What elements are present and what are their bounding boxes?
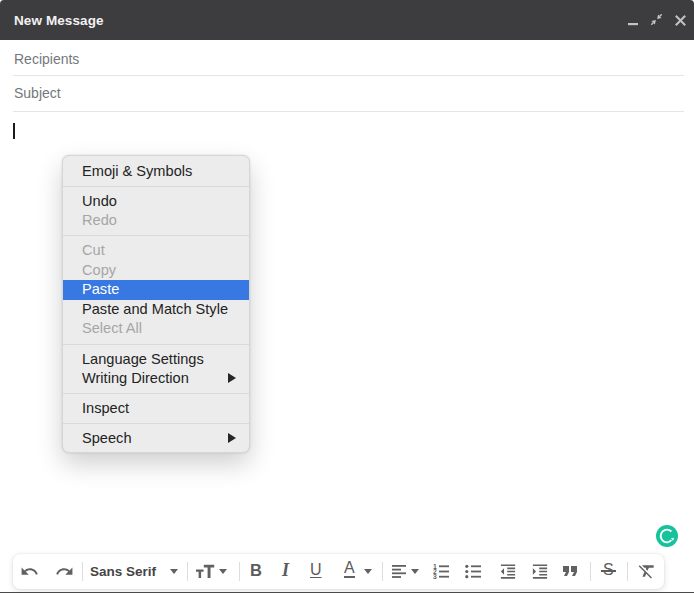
svg-text:3: 3: [433, 573, 437, 579]
